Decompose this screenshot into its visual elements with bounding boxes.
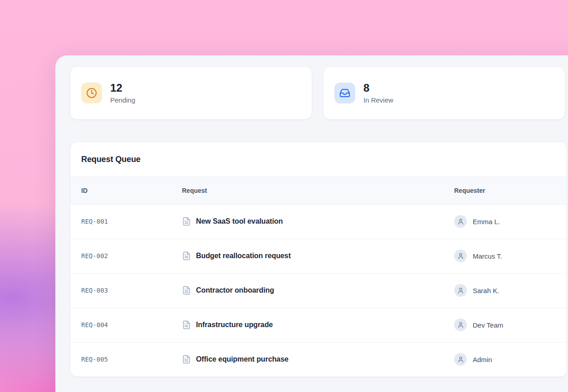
document-icon <box>182 320 191 329</box>
page-title: Request Queue <box>81 155 141 164</box>
avatar <box>454 215 467 228</box>
stat-card-in-review: 8 In Review <box>323 66 565 120</box>
avatar <box>454 353 467 366</box>
table-row[interactable]: REQ-002 Budget reallocation request Marc… <box>70 239 567 273</box>
in-review-count: 8 <box>363 82 393 94</box>
in-review-label: In Review <box>363 96 393 104</box>
table-row[interactable]: REQ-004 Infrastructure upgrade Dev Team <box>70 308 567 342</box>
clock-icon <box>81 83 102 103</box>
stat-card-pending: 12 Pending <box>70 66 312 120</box>
main-panel: 12 Pending 8 In Review Reque <box>55 55 568 392</box>
panel-content: 12 Pending 8 In Review Reque <box>55 55 568 377</box>
request-id: REQ-003 <box>81 287 108 294</box>
request-queue-card: Request Queue ID Request Requester REQ-0… <box>70 142 567 377</box>
document-icon <box>182 217 191 226</box>
stats-row: 12 Pending 8 In Review <box>70 66 568 120</box>
requester-name: Admin <box>473 356 492 363</box>
pending-label: Pending <box>110 96 135 104</box>
requester-name: Sarah K. <box>473 287 499 294</box>
request-id: REQ-001 <box>81 218 108 225</box>
column-header-request: Request <box>182 177 454 204</box>
table-row[interactable]: REQ-005 Office equipment purchase Admin <box>70 342 567 377</box>
requester-name: Emma L. <box>473 218 500 225</box>
stat-text-in-review: 8 In Review <box>363 82 393 103</box>
requester-name: Dev Team <box>473 321 503 329</box>
avatar <box>454 284 467 297</box>
document-icon <box>182 251 191 260</box>
request-title: Contractor onboarding <box>196 286 274 294</box>
inbox-icon <box>334 83 355 103</box>
requester-name: Marcus T. <box>473 252 502 260</box>
avatar <box>454 318 467 331</box>
table-header-row: ID Request Requester <box>70 177 567 204</box>
pending-count: 12 <box>110 82 135 94</box>
column-header-requester: Requester <box>454 177 567 204</box>
table-row[interactable]: REQ-001 New SaaS tool evaluation Emma L. <box>70 204 567 239</box>
column-header-id: ID <box>70 177 182 204</box>
document-icon <box>182 286 191 295</box>
request-queue-table: ID Request Requester REQ-001 New SaaS to… <box>70 177 567 377</box>
request-queue-header: Request Queue <box>70 142 567 177</box>
request-id: REQ-005 <box>81 356 108 363</box>
request-title: Office equipment purchase <box>196 355 289 363</box>
avatar <box>454 250 467 262</box>
request-title: New SaaS tool evaluation <box>196 217 283 225</box>
request-title: Budget reallocation request <box>196 252 291 260</box>
table-row[interactable]: REQ-003 Contractor onboarding Sarah K. <box>70 273 567 308</box>
request-id: REQ-004 <box>81 321 108 328</box>
document-icon <box>182 355 191 364</box>
request-id: REQ-002 <box>81 252 108 260</box>
stat-text-pending: 12 Pending <box>110 82 135 103</box>
request-title: Infrastructure upgrade <box>196 321 273 329</box>
